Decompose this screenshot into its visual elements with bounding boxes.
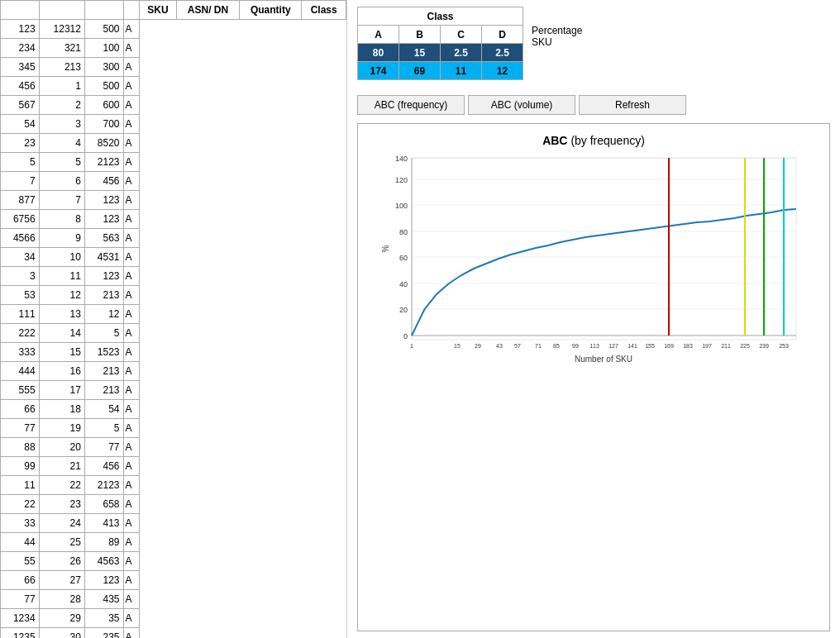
table-cell: 44 — [1, 533, 40, 552]
table-cell: 1523 — [84, 343, 123, 362]
class-col-header: C — [441, 26, 482, 44]
svg-text:20: 20 — [399, 306, 408, 314]
svg-rect-0 — [412, 158, 796, 340]
class-percentage-cell: 2.5 — [482, 44, 523, 62]
table-cell: 4566 — [1, 229, 40, 248]
table-cell: 600 — [84, 96, 123, 115]
table-cell: 4563 — [84, 552, 123, 571]
table-cell: 30 — [39, 628, 84, 639]
table-cell: A — [123, 286, 140, 305]
table-row: 44416213A — [1, 362, 346, 381]
chart-area: 0 20 40 60 80 100 120 140 % 1 15 29 — [371, 154, 816, 377]
table-cell: A — [123, 533, 140, 552]
table-cell: 4 — [39, 134, 84, 153]
svg-text:1: 1 — [410, 343, 413, 349]
table-row: 5672600A — [1, 96, 346, 115]
table-cell: A — [123, 400, 140, 419]
table-row: 8777123A — [1, 191, 346, 210]
svg-text:169: 169 — [664, 343, 674, 349]
col-header-asndn: ASN/ DN — [176, 1, 239, 20]
table-cell: 23 — [39, 495, 84, 514]
table-cell: A — [123, 419, 140, 438]
table-cell: 12 — [84, 305, 123, 324]
table-row: 12312312500A — [1, 20, 346, 39]
table-cell: 55 — [1, 552, 40, 571]
table-cell: 5 — [1, 153, 40, 172]
refresh-button[interactable]: Refresh — [579, 95, 686, 115]
class-table: Class ABCD 80152.52.5174691112 — [357, 7, 523, 80]
table-row: 55264563A — [1, 552, 346, 571]
abc-volume-button[interactable]: ABC (volume) — [468, 95, 575, 115]
table-cell: A — [123, 381, 140, 400]
table-cell: A — [123, 229, 140, 248]
col-header-sku — [1, 1, 40, 20]
table-cell: 235 — [84, 628, 123, 639]
table-cell: 34 — [1, 248, 40, 267]
class-percentage-cell: 80 — [358, 44, 399, 62]
table-cell: 5 — [84, 419, 123, 438]
table-cell: 12312 — [39, 20, 84, 39]
class-labels: Percentage SKU — [532, 7, 582, 45]
class-summary: Class ABCD 80152.52.5174691112 Percentag… — [357, 7, 830, 80]
svg-text:197: 197 — [702, 343, 712, 349]
table-row: 11222123A — [1, 476, 346, 495]
table-cell: A — [123, 571, 140, 590]
table-section: SKUASN/ DNQuantityClass 12312312500A2343… — [0, 0, 347, 638]
table-cell: A — [123, 457, 140, 476]
svg-text:85: 85 — [553, 343, 560, 349]
table-cell: A — [123, 438, 140, 457]
table-row: 661854A — [1, 400, 346, 419]
table-cell: 66 — [1, 571, 40, 590]
svg-text:0: 0 — [403, 332, 408, 340]
table-cell: 456 — [84, 457, 123, 476]
abc-frequency-button[interactable]: ABC (frequency) — [357, 95, 465, 115]
table-cell: 700 — [84, 115, 123, 134]
table-cell: 300 — [84, 58, 123, 77]
table-cell: A — [123, 476, 140, 495]
table-cell: 6 — [39, 172, 84, 191]
chart-title: ABC (by frequency) — [371, 134, 816, 147]
table-cell: 16 — [39, 362, 84, 381]
table-cell: 123 — [84, 210, 123, 229]
table-cell: A — [123, 77, 140, 96]
svg-text:100: 100 — [395, 202, 408, 210]
table-cell: 444 — [1, 362, 40, 381]
table-cell: 77 — [1, 590, 40, 609]
table-row: 4561500A — [1, 77, 346, 96]
table-row: 5312213A — [1, 286, 346, 305]
chart-svg: 0 20 40 60 80 100 120 140 % 1 15 29 — [371, 154, 816, 377]
svg-text:43: 43 — [496, 343, 503, 349]
table-row: 311123A — [1, 267, 346, 286]
svg-text:183: 183 — [683, 343, 693, 349]
table-cell: 10 — [39, 248, 84, 267]
table-cell: 3 — [39, 115, 84, 134]
table-cell: A — [123, 191, 140, 210]
table-cell: 658 — [84, 495, 123, 514]
table-cell: 28 — [39, 590, 84, 609]
table-cell: 53 — [1, 286, 40, 305]
table-cell: 8520 — [84, 134, 123, 153]
table-row: 77195A — [1, 419, 346, 438]
table-row: 7728435A — [1, 590, 346, 609]
table-cell: 29 — [39, 609, 84, 628]
table-cell: 89 — [84, 533, 123, 552]
table-cell: 54 — [84, 400, 123, 419]
table-cell: 33 — [1, 514, 40, 533]
table-cell: 11 — [39, 267, 84, 286]
table-cell: 88 — [1, 438, 40, 457]
table-cell: 5 — [39, 153, 84, 172]
svg-text:Number of SKU: Number of SKU — [575, 355, 632, 364]
class-sku-cell: 69 — [399, 62, 441, 80]
table-cell: 7 — [1, 172, 40, 191]
table-row: 34104531A — [1, 248, 346, 267]
chart-title-text: ABC (by frequency) — [542, 134, 645, 147]
table-cell: A — [123, 267, 140, 286]
class-percentage-cell: 15 — [399, 44, 441, 62]
svg-text:127: 127 — [609, 343, 618, 349]
table-cell: 77 — [1, 419, 40, 438]
svg-text:40: 40 — [399, 280, 408, 288]
svg-text:80: 80 — [399, 228, 408, 236]
table-row: 12342935A — [1, 609, 346, 628]
table-cell: 8 — [39, 210, 84, 229]
col-header-class: Class — [302, 1, 346, 20]
